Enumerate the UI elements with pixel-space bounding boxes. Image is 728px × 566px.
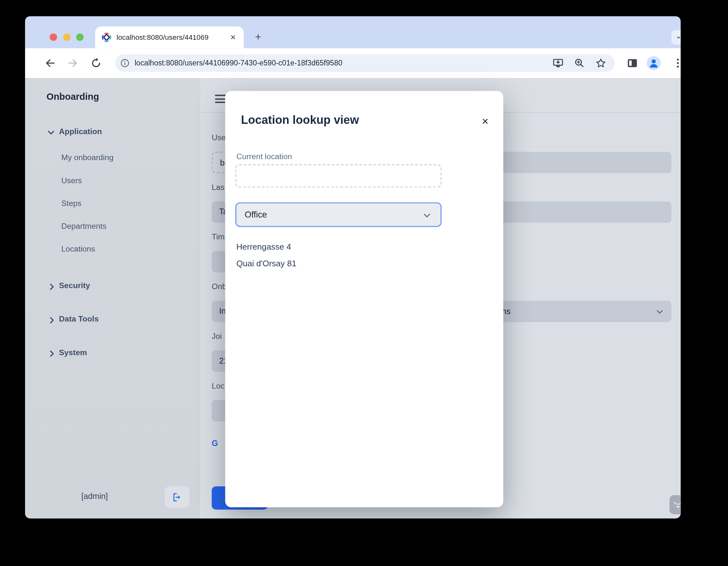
traffic-light-minimize[interactable] <box>63 33 71 41</box>
field-right-2 <box>478 202 671 223</box>
lookup-link[interactable]: G <box>212 439 218 448</box>
browser-tab[interactable]: localhost:8080/users/441069 ✕ <box>95 26 244 48</box>
logout-icon <box>172 492 182 502</box>
traffic-light-close[interactable] <box>50 33 57 41</box>
sidebar-item-departments[interactable]: Departments <box>61 221 107 233</box>
sidebar-group-label: Security <box>59 282 90 291</box>
location-list-item[interactable]: Herrengasse 4 <box>236 239 296 255</box>
location-lookup-modal: Location lookup view ✕ Current location … <box>225 91 503 507</box>
page-info-icon[interactable] <box>120 58 130 68</box>
logout-button[interactable] <box>165 486 189 508</box>
browser-window: localhost:8080/users/441069 ✕ + ⌄ <box>25 16 680 518</box>
sidebar-item-steps[interactable]: Steps <box>61 198 82 210</box>
sidebar-group-application[interactable]: Application <box>25 127 200 139</box>
field-right-1 <box>478 152 671 173</box>
field-label-username: Use <box>212 133 226 143</box>
chevron-right-icon <box>48 316 56 324</box>
chevron-down-icon <box>655 308 664 316</box>
new-tab-button[interactable]: + <box>251 30 265 44</box>
zoom-icon[interactable] <box>574 57 585 69</box>
chevron-right-icon <box>48 349 56 358</box>
sidebar-item-locations[interactable]: Locations <box>61 243 95 256</box>
extension-badge[interactable] <box>670 495 681 514</box>
bull-head-icon <box>672 499 680 510</box>
location-list: Herrengasse 4 Quai d'Orsay 81 <box>236 239 296 272</box>
site-favicon-icon <box>101 32 112 43</box>
chevron-down-icon <box>422 211 431 220</box>
profile-avatar[interactable] <box>647 56 661 70</box>
menu-kebab-icon[interactable] <box>672 57 680 69</box>
field-label-joined: Joi <box>212 332 222 341</box>
side-panel-icon[interactable] <box>626 57 638 69</box>
field-label-lastname: Las <box>212 183 225 192</box>
field-label-onboarding: Onb <box>212 282 227 291</box>
reload-icon[interactable] <box>90 57 102 69</box>
tab-overflow-chevron-icon[interactable]: ⌄ <box>672 30 681 45</box>
address-bar[interactable]: localhost:8080/users/44106990-7430-e590-… <box>115 54 615 72</box>
browser-toolbar: localhost:8080/users/44106990-7430-e590-… <box>25 48 680 78</box>
install-app-icon[interactable] <box>552 57 564 69</box>
sidebar-item-my-onboarding[interactable]: My onboarding <box>61 152 114 164</box>
sidebar-group-label: Data Tools <box>59 315 99 324</box>
sidebar-group-label: Application <box>59 127 102 136</box>
sidebar-item-users[interactable]: Users <box>61 175 82 187</box>
sidebar-group-security[interactable]: Security <box>25 281 200 293</box>
bookmark-star-icon[interactable] <box>595 57 606 69</box>
logged-in-user-label: [admin] <box>81 492 108 501</box>
modal-close-icon[interactable]: ✕ <box>478 115 492 129</box>
field-right-select[interactable]: ns <box>493 300 672 322</box>
tab-title-fade <box>214 32 229 43</box>
app-title: Onboarding <box>47 91 99 102</box>
tab-title: localhost:8080/users/441069 <box>117 32 228 43</box>
field-label-timezone: Tim <box>212 233 225 242</box>
forward-icon[interactable] <box>67 57 79 69</box>
field-label-location: Loc <box>212 381 225 391</box>
location-list-item[interactable]: Quai d'Orsay 81 <box>236 256 296 272</box>
location-type-value: Office <box>245 210 267 220</box>
app-sidebar: Onboarding Application My onboarding Use… <box>25 78 200 518</box>
current-location-label: Current location <box>236 152 292 161</box>
sidebar-group-system[interactable]: System <box>25 347 200 360</box>
chevron-right-icon <box>48 283 56 291</box>
sidebar-group-label: System <box>59 348 87 357</box>
sidebar-group-data-tools[interactable]: Data Tools <box>25 314 200 326</box>
location-type-select[interactable]: Office <box>235 203 441 227</box>
chevron-down-icon <box>47 129 55 137</box>
screenshot-stage: localhost:8080/users/441069 ✕ + ⌄ <box>0 0 728 566</box>
tab-close-icon[interactable]: ✕ <box>227 31 239 44</box>
tab-strip: localhost:8080/users/441069 ✕ + ⌄ <box>25 16 680 48</box>
url-text: localhost:8080/users/44106990-7430-e590-… <box>134 58 342 68</box>
modal-title: Location lookup view <box>241 113 359 127</box>
back-icon[interactable] <box>44 57 56 69</box>
hamburger-menu-icon[interactable] <box>215 95 227 103</box>
traffic-light-zoom[interactable] <box>76 33 83 41</box>
current-location-input[interactable] <box>235 164 441 187</box>
